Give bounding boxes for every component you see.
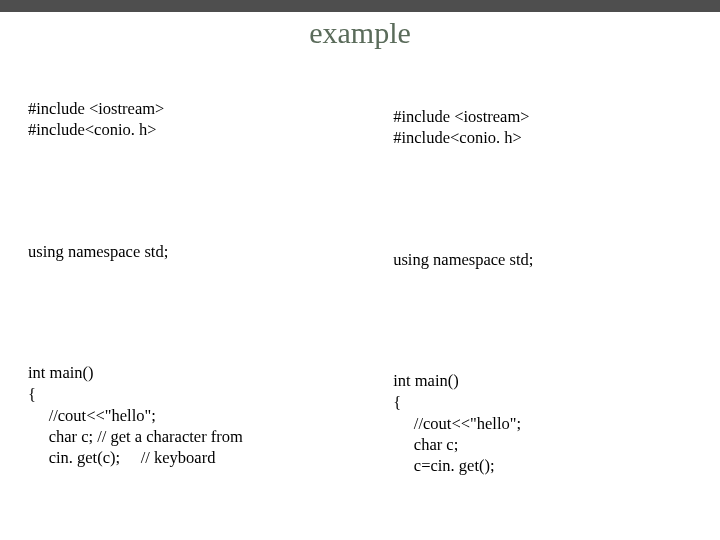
- slide-title: example: [0, 16, 720, 50]
- right-includes: #include <iostream> #include<conio. h>: [393, 106, 692, 148]
- spacer: [393, 312, 692, 328]
- code-column-left: #include <iostream> #include<conio. h> u…: [28, 56, 393, 540]
- right-main-part1: int main() { //cout<<"hello"; char c; c=…: [393, 370, 692, 476]
- spacer: [28, 183, 393, 199]
- spacer: [393, 191, 692, 207]
- top-bar: [0, 0, 720, 12]
- spacer: [393, 518, 692, 534]
- left-using: using namespace std;: [28, 241, 393, 262]
- right-using: using namespace std;: [393, 249, 692, 270]
- left-includes: #include <iostream> #include<conio. h>: [28, 98, 393, 140]
- spacer: [28, 304, 393, 320]
- left-main-part1: int main() { //cout<<"hello"; char c; //…: [28, 362, 393, 468]
- columns: #include <iostream> #include<conio. h> u…: [0, 56, 720, 540]
- slide: example #include <iostream> #include<con…: [0, 0, 720, 540]
- spacer: [28, 510, 393, 526]
- code-column-right: #include <iostream> #include<conio. h> u…: [393, 56, 692, 540]
